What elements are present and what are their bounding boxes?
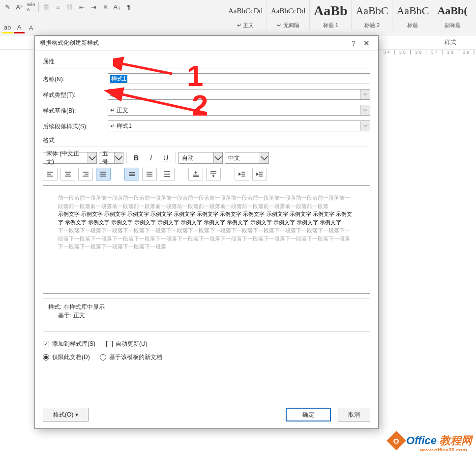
watermark: O Office教程网 www.office26.com (389, 433, 472, 448)
watermark-logo-icon: O (387, 431, 406, 451)
style-sample: AaBb( (437, 2, 467, 20)
sort-icon[interactable]: A↓ (112, 1, 122, 12)
align-center-button[interactable] (60, 168, 75, 180)
style-name: 标题 (396, 20, 429, 29)
close-button[interactable]: ✕ (359, 39, 373, 48)
chevron-down-icon: ▾ (75, 411, 78, 418)
add-to-library-checkbox[interactable]: 添加到样式库(S) (43, 340, 95, 348)
style-name: 副标题 (437, 20, 467, 29)
type-value: 段落 (110, 90, 122, 99)
next-value: ↵ 样式1 (110, 122, 132, 130)
font-color-select[interactable]: 自动 (178, 152, 223, 164)
chevron-down-icon[interactable] (360, 90, 370, 99)
highlight-icon[interactable]: ab (2, 23, 13, 33)
font-lang-select[interactable]: 中文 (225, 152, 269, 164)
numbering-icon[interactable]: ≡ (53, 1, 63, 12)
help-button[interactable]: ? (348, 39, 359, 47)
chevron-down-icon[interactable] (114, 152, 123, 163)
line-spacing-15-button[interactable] (142, 168, 157, 180)
style-name: ↵ 正文 (228, 20, 263, 29)
space-after-button[interactable] (206, 168, 221, 180)
increase-indent-button[interactable] (252, 168, 267, 180)
format-painter-icon[interactable]: ✎ (2, 1, 13, 12)
base-label: 样式基准(B): (43, 106, 108, 115)
text-direction-icon[interactable]: ✕ (100, 1, 111, 12)
style-gallery-item[interactable]: AaBbCcDd↵ 正文 (224, 0, 267, 30)
ribbon: ✎ Aᵃ wénA ☰ ≡ ☷ ⇤ ⇥ ✕ A↓ ¶ ab A A AaBbCc… (0, 0, 476, 35)
name-label: 名称(N): (43, 74, 108, 84)
fmt-section-label: 格式 (43, 136, 370, 145)
name-input[interactable]: 样式1 (108, 73, 370, 84)
char-shading-icon[interactable]: A (26, 23, 36, 33)
dialog-title: 根据格式化创建新样式 (40, 39, 348, 47)
line-spacing-2-button[interactable] (160, 168, 175, 180)
chevron-down-icon[interactable] (360, 121, 370, 131)
attr-section-label: 属性 (43, 58, 370, 66)
style-sample: AaBbCcDd (271, 2, 305, 20)
chevron-down-icon[interactable] (88, 152, 96, 163)
checkbox-icon (106, 341, 113, 347)
watermark-text-1: Office (406, 434, 437, 447)
style-name: 标题 1 (314, 20, 347, 29)
this-doc-radio[interactable]: 仅限此文档(D) (43, 353, 90, 361)
ribbon-left-group: ✎ Aᵃ wénA ☰ ≡ ☷ ⇤ ⇥ ✕ A↓ ¶ ab A A (0, 0, 221, 35)
style-sample: AaBbCcDd (228, 2, 263, 20)
watermark-url: www.office26.com (420, 447, 467, 451)
auto-update-checkbox[interactable]: 自动更新(U) (106, 340, 148, 348)
font-name-select[interactable]: 宋体 (中文正文) (43, 152, 97, 164)
italic-button[interactable]: I (145, 152, 157, 164)
decrease-indent-button[interactable] (235, 168, 249, 180)
base-value: ↵ 正文 (110, 106, 128, 115)
name-value: 样式1 (110, 75, 127, 83)
font-color-icon[interactable]: A (14, 23, 25, 33)
chevron-down-icon[interactable] (360, 105, 370, 115)
watermark-text-2: 教程网 (440, 433, 472, 448)
base-select[interactable]: ↵ 正文 (108, 105, 370, 116)
align-left-button[interactable] (43, 168, 58, 180)
create-style-dialog: 根据格式化创建新样式 ? ✕ 属性 名称(N): 样式1 样式类型(T): 段落… (34, 35, 379, 429)
bullets-icon[interactable]: ☰ (41, 1, 52, 12)
chevron-down-icon[interactable] (213, 152, 222, 163)
line-spacing-1-button[interactable] (124, 168, 139, 180)
phonetic-guide-icon[interactable]: wénA (26, 1, 36, 12)
template-radio[interactable]: 基于该模板的新文档 (100, 353, 162, 361)
style-gallery-label: 样式 (445, 38, 456, 47)
next-select[interactable]: ↵ 样式1 (108, 120, 370, 131)
preview-after: 下一段落下一段落下一段落下一段落下一段落下一段落下一段落下一段落下一段落下一段落… (58, 226, 355, 251)
preview-pane: 前一段落前一段落前一段落前一段落前一段落前一段落前一段落前一段落前一段落前一段落… (43, 185, 370, 294)
checkbox-icon (43, 341, 49, 347)
style-name: 标题 2 (356, 20, 388, 29)
align-justify-button[interactable] (96, 168, 111, 180)
type-select[interactable]: 段落 (108, 89, 370, 100)
clear-format-icon[interactable]: Aᵃ (14, 1, 25, 12)
bold-button[interactable]: B (130, 152, 143, 164)
style-gallery[interactable]: AaBbCcDd↵ 正文AaBbCcDd↵ 无间隔AaBb标题 1AaBbC标题… (224, 0, 476, 30)
preview-before: 前一段落前一段落前一段落前一段落前一段落前一段落前一段落前一段落前一段落前一段落… (58, 194, 355, 210)
style-sample: AaBbC (356, 2, 388, 20)
show-marks-icon[interactable]: ¶ (123, 1, 134, 12)
chevron-down-icon[interactable] (260, 152, 268, 163)
ok-button[interactable]: 确定 (286, 408, 331, 421)
underline-button[interactable]: U (159, 152, 172, 164)
next-label: 后续段落样式(S): (43, 121, 108, 131)
format-menu-button[interactable]: 格式(O) ▾ (43, 408, 89, 421)
style-gallery-item[interactable]: AaBbC标题 2 (351, 0, 392, 30)
radio-icon (43, 354, 49, 361)
radio-icon (100, 354, 106, 361)
style-gallery-item[interactable]: AaBb(副标题 (433, 0, 471, 30)
font-size-select[interactable]: 五号 (99, 152, 123, 164)
cancel-button[interactable]: 取消 (338, 408, 370, 421)
style-gallery-item[interactable]: AaBbC标题 (392, 0, 433, 30)
style-sample: AaBbC (396, 2, 429, 20)
decrease-indent-icon[interactable]: ⇤ (76, 1, 87, 12)
increase-indent-icon[interactable]: ⇥ (88, 1, 99, 12)
style-gallery-item[interactable]: AaBb标题 1 (309, 0, 351, 30)
multilevel-icon[interactable]: ☷ (64, 1, 75, 12)
info-line-2: 基于: 正文 (48, 311, 365, 320)
style-sample: AaBb (314, 2, 347, 20)
style-gallery-item[interactable]: AaBbCcDd↵ 无间隔 (267, 0, 309, 30)
align-right-button[interactable] (78, 168, 93, 180)
space-before-button[interactable] (188, 168, 203, 180)
type-label: 样式类型(T): (43, 90, 108, 99)
style-info-box: 样式: 在样式库中显示 基于: 正文 (43, 299, 370, 332)
